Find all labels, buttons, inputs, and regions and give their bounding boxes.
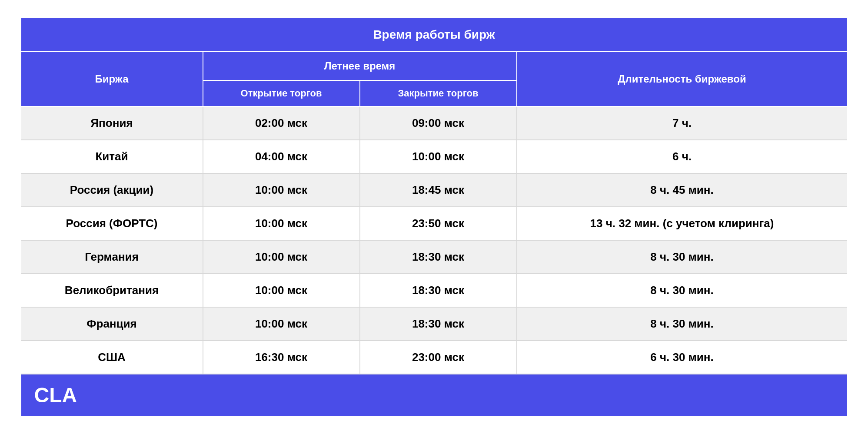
cell-duration: 7 ч. — [517, 106, 847, 140]
cell-open: 10:00 мск — [203, 240, 360, 274]
cell-close: 23:00 мск — [360, 341, 517, 374]
table-wrapper: Время работы бирж Биржа Летнее время Дли… — [21, 18, 847, 416]
cell-birja: Франция — [21, 307, 203, 341]
cell-birja: Великобритания — [21, 274, 203, 307]
cell-duration: 8 ч. 30 мин. — [517, 307, 847, 341]
cell-open: 10:00 мск — [203, 307, 360, 341]
table-row: Япония02:00 мск09:00 мск7 ч. — [21, 106, 847, 140]
col-header-letneye: Летнее время — [203, 52, 517, 80]
cell-close: 18:30 мск — [360, 307, 517, 341]
exchange-hours-table: Время работы бирж Биржа Летнее время Дли… — [21, 18, 847, 416]
cell-duration: 8 ч. 45 мин. — [517, 173, 847, 207]
footer-cla: CLA — [21, 374, 847, 416]
table-row: США16:30 мск23:00 мск6 ч. 30 мин. — [21, 341, 847, 374]
cell-birja: Россия (ФОРТС) — [21, 207, 203, 240]
cell-duration: 13 ч. 32 мин. (с учетом клиринга) — [517, 207, 847, 240]
cell-birja: Китай — [21, 140, 203, 173]
cell-open: 10:00 мск — [203, 173, 360, 207]
cell-duration: 8 ч. 30 мин. — [517, 274, 847, 307]
table-row: Германия10:00 мск18:30 мск8 ч. 30 мин. — [21, 240, 847, 274]
cell-open: 04:00 мск — [203, 140, 360, 173]
cell-open: 10:00 мск — [203, 207, 360, 240]
cell-close: 10:00 мск — [360, 140, 517, 173]
col-header-duration: Длительность биржевой — [517, 52, 847, 106]
table-title: Время работы бирж — [21, 18, 847, 52]
cell-open: 16:30 мск — [203, 341, 360, 374]
cell-duration: 6 ч. — [517, 140, 847, 173]
cell-close: 18:30 мск — [360, 240, 517, 274]
table-row: Россия (акции)10:00 мск18:45 мск8 ч. 45 … — [21, 173, 847, 207]
col-header-open: Открытие торгов — [203, 80, 360, 106]
col-header-birja: Биржа — [21, 52, 203, 106]
table-row: Китай04:00 мск10:00 мск6 ч. — [21, 140, 847, 173]
cell-birja: Германия — [21, 240, 203, 274]
table-row: Россия (ФОРТС)10:00 мск23:50 мск13 ч. 32… — [21, 207, 847, 240]
table-row: Франция10:00 мск18:30 мск8 ч. 30 мин. — [21, 307, 847, 341]
table-row: Великобритания10:00 мск18:30 мск8 ч. 30 … — [21, 274, 847, 307]
cell-open: 10:00 мск — [203, 274, 360, 307]
cell-open: 02:00 мск — [203, 106, 360, 140]
col-header-close: Закрытие торгов — [360, 80, 517, 106]
cell-birja: США — [21, 341, 203, 374]
cell-duration: 6 ч. 30 мин. — [517, 341, 847, 374]
cell-close: 18:45 мск — [360, 173, 517, 207]
cell-birja: Россия (акции) — [21, 173, 203, 207]
cell-close: 23:50 мск — [360, 207, 517, 240]
cell-birja: Япония — [21, 106, 203, 140]
cell-close: 18:30 мск — [360, 274, 517, 307]
cell-close: 09:00 мск — [360, 106, 517, 140]
cell-duration: 8 ч. 30 мин. — [517, 240, 847, 274]
